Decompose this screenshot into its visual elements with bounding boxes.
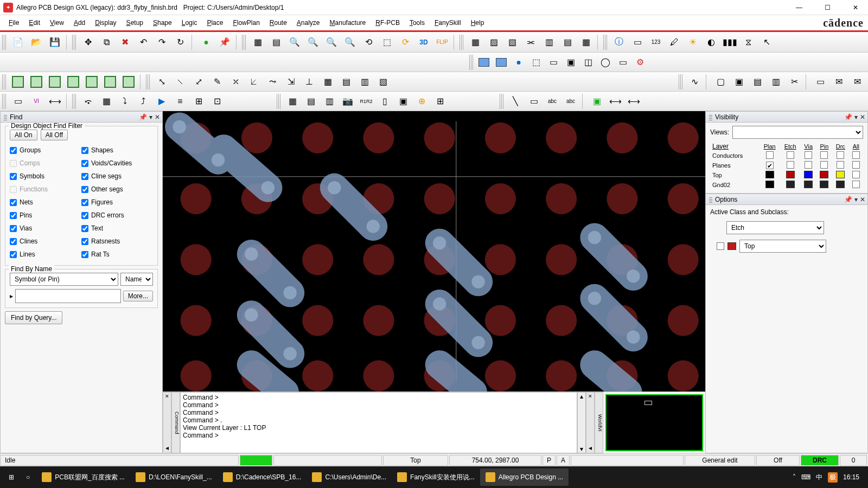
menu-add[interactable]: Add (69, 17, 90, 28)
g3-icon[interactable] (46, 74, 63, 90)
status-a[interactable]: A (557, 455, 570, 466)
grip[interactable] (277, 94, 280, 109)
delete-icon[interactable]: ✖ (116, 34, 133, 50)
timer-icon[interactable]: ⧖ (739, 34, 757, 50)
vis-check[interactable] (837, 151, 844, 159)
route13-icon[interactable]: ▧ (374, 74, 392, 90)
t4m-icon[interactable]: ▤ (302, 93, 320, 110)
circle-icon[interactable]: ● (510, 54, 527, 70)
worldview[interactable] (605, 394, 703, 451)
menu-shape[interactable]: Shape (149, 17, 176, 28)
filter-checkbox[interactable] (10, 251, 17, 258)
menu-tools[interactable]: Tools (405, 17, 429, 28)
scroll-up-icon[interactable]: ▴ (578, 393, 585, 400)
t4f-icon[interactable]: ⤵ (116, 93, 133, 110)
layer-swatch[interactable] (804, 171, 813, 178)
route5-icon[interactable]: ⤫ (227, 74, 244, 90)
vis-check[interactable] (787, 161, 794, 169)
vis-check[interactable] (837, 161, 844, 169)
grip[interactable] (679, 74, 682, 89)
grid2-icon[interactable]: ▤ (267, 34, 285, 50)
menu-analyze[interactable]: Analyze (292, 17, 324, 28)
filter-checkbox[interactable] (81, 199, 88, 206)
menu-view[interactable]: View (46, 17, 68, 28)
t4y-icon[interactable]: ▣ (588, 93, 605, 110)
grip[interactable] (72, 94, 76, 109)
dropdown-icon[interactable]: ▾ (854, 113, 858, 121)
new-icon[interactable]: 📄 (9, 34, 27, 50)
box4-icon[interactable]: ▥ (767, 74, 784, 90)
route2-icon[interactable]: ⟍ (171, 74, 189, 90)
vis-check[interactable] (766, 151, 774, 159)
redo-icon[interactable]: ↷ (153, 34, 170, 50)
route9-icon[interactable]: ⊥ (301, 74, 318, 90)
layer-swatch[interactable] (836, 181, 845, 188)
filter-groups[interactable]: Groups (10, 144, 81, 157)
t4v-icon[interactable]: ▭ (525, 93, 542, 110)
box3-icon[interactable]: ▤ (749, 74, 766, 90)
menu-flowplan[interactable]: FlowPlan (228, 17, 264, 28)
layer-swatch[interactable] (765, 181, 774, 188)
marker-icon[interactable]: ● (197, 34, 215, 50)
wave1-icon[interactable]: ∿ (686, 74, 703, 90)
scroll-down-icon[interactable]: ▾ (578, 445, 585, 453)
filter-checkbox[interactable] (10, 225, 17, 232)
t4i-icon[interactable]: ≡ (171, 93, 189, 110)
grip[interactable] (242, 35, 246, 50)
t4d-icon[interactable]: ⤽ (79, 93, 97, 110)
find-by-query-button[interactable]: Find by Query... (5, 311, 62, 324)
taskbar-item[interactable]: D:\LOEN\FanySkill_... (130, 468, 218, 486)
t4c-icon[interactable]: ⟷ (46, 93, 63, 110)
filter-ratsnests[interactable]: Ratsnests (81, 235, 153, 248)
grip[interactable] (500, 94, 503, 109)
t4h-icon[interactable]: ▶ (153, 93, 170, 110)
mail3-icon[interactable]: ✉ (848, 74, 866, 90)
t4r-icon[interactable]: ▣ (394, 93, 412, 110)
route7-icon[interactable]: ⤳ (264, 74, 281, 90)
menu-place[interactable]: Place (202, 17, 227, 28)
cursor2-icon[interactable]: ⬚ (527, 54, 545, 70)
layers-icon[interactable]: ▭ (629, 34, 646, 50)
highlight-icon[interactable]: 🖊 (666, 34, 683, 50)
menu-help[interactable]: Help (467, 17, 489, 28)
t4w-icon[interactable]: abc (544, 93, 561, 110)
vis-check[interactable] (805, 151, 812, 159)
visibility-title[interactable]: Visibility 📌▾✕ (706, 112, 867, 123)
layer-swatch[interactable] (820, 171, 828, 178)
name-combo[interactable]: Name (120, 273, 153, 286)
grip[interactable] (2, 35, 6, 50)
wv-close[interactable]: ✕◂ (586, 392, 595, 453)
t4j-icon[interactable]: ⊞ (190, 93, 207, 110)
taskbar-item[interactable]: Allegro PCB Design ... (480, 468, 569, 486)
t4q-icon[interactable]: ▯ (376, 93, 393, 110)
options-title[interactable]: Options 📌▾✕ (706, 194, 867, 205)
filter-clines[interactable]: Clines (10, 235, 81, 248)
class-combo[interactable]: Etch (726, 221, 824, 234)
g6-icon[interactable] (101, 74, 119, 90)
tool-f-icon[interactable]: ▤ (559, 34, 576, 50)
t4l-icon[interactable]: ▦ (284, 93, 301, 110)
menu-file[interactable]: File (4, 17, 23, 28)
cmd-close[interactable]: ✕◂ (163, 392, 171, 453)
grip[interactable] (459, 35, 463, 50)
tray-up-icon[interactable]: ˄ (793, 473, 796, 481)
menu-fanyskill[interactable]: FanySkill (430, 17, 465, 28)
grip[interactable] (2, 94, 6, 109)
filter-checkbox[interactable] (10, 238, 17, 245)
filter-checkbox[interactable] (81, 186, 88, 193)
tool-g-icon[interactable]: ▦ (577, 34, 595, 50)
copy-icon[interactable]: ⧉ (98, 34, 115, 50)
filter-checkbox[interactable] (81, 238, 88, 245)
find-name-input[interactable] (15, 289, 121, 303)
menu-route[interactable]: Route (265, 17, 291, 28)
minimize-button[interactable]: — (790, 4, 808, 11)
open-icon[interactable]: 📂 (28, 34, 45, 50)
grip[interactable] (603, 35, 607, 50)
t4p-icon[interactable]: R1R2 (358, 93, 375, 110)
vis-check[interactable] (787, 151, 794, 159)
zoom-fit-icon[interactable]: 🔍 (286, 34, 303, 50)
worldview-viewport[interactable] (644, 401, 652, 405)
tool-e-icon[interactable]: ▥ (540, 34, 558, 50)
g5-icon[interactable] (83, 74, 100, 90)
filter-other-segs[interactable]: Other segs (81, 183, 153, 196)
